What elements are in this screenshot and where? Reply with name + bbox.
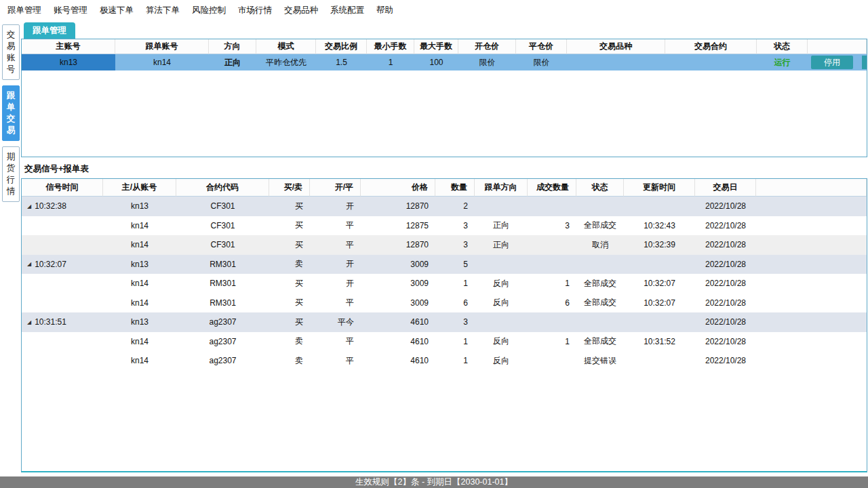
sidebar-tab-期货行情[interactable]: 期货行情 (2, 146, 20, 202)
update-time (624, 255, 695, 274)
expand-triangle-icon[interactable]: ◢ (27, 319, 31, 325)
filled-quantity: 6 (528, 293, 576, 313)
header-close-price-type: 平仓价 (516, 39, 567, 54)
header-product: 交易品种 (567, 39, 665, 54)
signal-order-row[interactable]: kn14CF301买平128703正向取消10:32:392022/10/28 (22, 235, 867, 255)
account: kn14 (103, 274, 176, 293)
menu-item[interactable]: 风险控制 (186, 5, 232, 16)
master-account: kn13 (22, 54, 115, 70)
follow-rule-row[interactable]: kn13kn14正向平昨仓优先1.51100限价限价运行停用 (22, 54, 867, 70)
trade-date: 2022/10/28 (695, 274, 756, 293)
row-filler (756, 332, 867, 352)
menu-item[interactable]: 算法下单 (140, 5, 186, 16)
tab-follow-management[interactable]: 跟单管理 (24, 22, 75, 39)
buy-sell: 卖 (269, 332, 310, 352)
min-lots: 1 (367, 54, 414, 70)
account: kn14 (103, 351, 176, 371)
menu-item[interactable]: 系统配置 (324, 5, 370, 16)
sidebar-tab-char: 单 (7, 102, 16, 113)
price: 3009 (361, 274, 435, 293)
open-close: 开 (310, 274, 361, 293)
filled-quantity: 1 (528, 274, 576, 293)
follow-account: kn14 (115, 54, 209, 70)
menu-item[interactable]: 跟单管理 (1, 5, 47, 16)
follow-direction: 反向 (475, 351, 528, 371)
signal-time (22, 351, 103, 371)
header-quantity: 数量 (435, 179, 475, 197)
status-bar: 生效规则【2】条 - 到期日【2030-01-01】 (0, 476, 868, 488)
quantity: 1 (435, 332, 475, 352)
clipped-button[interactable] (862, 56, 867, 69)
mode: 平昨仓优先 (256, 54, 316, 70)
sidebar-tabs: 交易账号跟单交易期货行情 (0, 24, 20, 207)
close-price-type: 限价 (516, 54, 567, 70)
signal-table-header: 信号时间主/从账号合约代码买/卖开/平价格数量跟单方向成交数量状态更新时间交易日 (22, 179, 867, 197)
header-status: 状态 (576, 179, 624, 197)
direction: 正向 (209, 54, 256, 70)
header-filler (756, 179, 867, 197)
row-filler (756, 293, 867, 313)
menu-item[interactable]: 帮助 (370, 5, 399, 16)
menu-item[interactable]: 账号管理 (47, 5, 94, 16)
stop-button[interactable]: 停用 (811, 56, 853, 69)
sidebar-tab-char: 交 (7, 113, 16, 125)
row-filler (756, 216, 867, 236)
header-min-lots: 最小手数 (367, 39, 414, 54)
follow-direction: 反向 (475, 293, 528, 313)
follow-direction: 反向 (475, 274, 528, 293)
row-filler (756, 197, 867, 216)
sidebar-tab-char: 交 (7, 29, 16, 41)
trade-ratio: 1.5 (316, 54, 367, 70)
open-close: 平 (310, 235, 361, 255)
menu-item[interactable]: 极速下单 (94, 5, 140, 16)
update-time: 10:31:52 (624, 332, 695, 352)
signal-order-row[interactable]: kn14RM301买平30096反向6全部成交10:32:072022/10/2… (22, 293, 867, 313)
expand-triangle-icon[interactable]: ◢ (27, 261, 31, 267)
signal-group-row[interactable]: ◢10:32:07kn13RM301卖开300952022/10/28 (22, 255, 867, 274)
menu-item[interactable]: 交易品种 (278, 5, 324, 16)
open-close: 平今 (310, 312, 361, 332)
quantity: 1 (435, 351, 475, 371)
trade-date: 2022/10/28 (695, 197, 756, 216)
header-follow-direction: 跟单方向 (475, 179, 528, 197)
open-close: 平 (310, 216, 361, 236)
buy-sell: 买 (269, 274, 310, 293)
contract-code: CF301 (176, 235, 269, 255)
header-direction: 方向 (209, 39, 256, 54)
signal-order-row[interactable]: kn14CF301买平128753正向3全部成交10:32:432022/10/… (22, 216, 867, 236)
sidebar-tab-char: 跟 (7, 90, 16, 102)
contract-code: ag2307 (176, 312, 269, 332)
signal-group-row[interactable]: ◢10:31:51kn13ag2307买平今461032022/10/28 (22, 312, 867, 332)
expand-triangle-icon[interactable]: ◢ (27, 203, 31, 209)
signal-order-row[interactable]: kn14ag2307卖平46101反向提交错误2022/10/28 (22, 351, 867, 371)
sidebar-tab-跟单交易[interactable]: 跟单交易 (2, 85, 20, 141)
account: kn14 (103, 293, 176, 313)
menu-item[interactable]: 市场行情 (232, 5, 278, 16)
update-time (624, 312, 695, 332)
price: 4610 (361, 332, 435, 352)
header-account: 主/从账号 (103, 179, 176, 197)
header-follow-account: 跟单账号 (115, 39, 209, 54)
buy-sell: 买 (269, 197, 310, 216)
sidebar-tab-交易账号[interactable]: 交易账号 (2, 24, 20, 80)
header-buy-sell: 买/卖 (269, 179, 310, 197)
header-master-account: 主账号 (22, 39, 115, 54)
signal-group-row[interactable]: ◢10:32:38kn13CF301买开1287022022/10/28 (22, 197, 867, 216)
follow-direction (475, 312, 528, 332)
signal-time (22, 216, 103, 236)
follow-direction: 反向 (475, 332, 528, 352)
quantity: 1 (435, 274, 475, 293)
signal-order-row[interactable]: kn14ag2307卖平46101反向1全部成交10:31:522022/10/… (22, 332, 867, 352)
status: 取消 (576, 235, 624, 255)
open-close: 开 (310, 255, 361, 274)
filled-quantity (528, 351, 576, 371)
account: kn14 (103, 216, 176, 236)
signal-table-body: ◢10:32:38kn13CF301买开1287022022/10/28kn14… (22, 197, 867, 371)
contract-code: RM301 (176, 274, 269, 293)
follow-direction (475, 197, 528, 216)
signal-time (22, 293, 103, 313)
signal-order-row[interactable]: kn14RM301买开30091反向1全部成交10:32:072022/10/2… (22, 274, 867, 293)
account: kn14 (103, 332, 176, 352)
status: 运行 (757, 54, 808, 70)
signal-section-title: 交易信号+报单表 (24, 163, 89, 175)
